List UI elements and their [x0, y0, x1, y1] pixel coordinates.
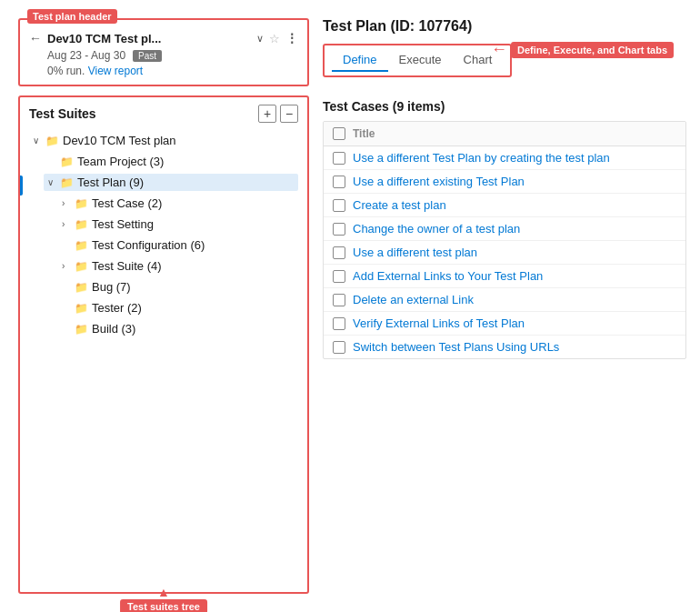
- folder-icon: 📁: [75, 302, 88, 315]
- tree-item[interactable]: ›📁Test Setting: [29, 214, 298, 235]
- tree-item-row[interactable]: ›📁Test Setting: [58, 216, 298, 233]
- tree-item-label: Bug (7): [92, 280, 131, 294]
- left-panel: Test plan header ← Dev10 TCM Test pl... …: [18, 18, 309, 594]
- tc-row[interactable]: Add External Links to Your Test Plan: [324, 265, 685, 288]
- suites-title: Test Suites: [29, 106, 96, 121]
- tc-item-title[interactable]: Switch between Test Plans Using URLs: [353, 340, 559, 354]
- tab-execute[interactable]: Execute: [388, 49, 453, 72]
- tc-row[interactable]: Use a different Test Plan by creating th…: [324, 146, 685, 170]
- tc-item-title[interactable]: Use a different test plan: [353, 246, 477, 259]
- tc-item-title[interactable]: Delete an external Link: [353, 293, 474, 306]
- back-arrow-icon[interactable]: ←: [29, 31, 42, 45]
- suites-header: Test Suites + −: [29, 105, 298, 123]
- chevron-down-icon[interactable]: ∨: [256, 33, 264, 45]
- badge-arrow-up: ▲: [120, 585, 207, 599]
- more-options-icon[interactable]: ⋮: [285, 31, 298, 45]
- header-badge-label: Test plan header: [27, 9, 117, 24]
- tree-item[interactable]: 📁Build (3): [29, 318, 298, 339]
- tree-item[interactable]: ›📁Test Suite (4): [29, 256, 298, 276]
- tc-item-title[interactable]: Change the owner of a test plan: [353, 222, 520, 236]
- run-row: 0% run. View report: [47, 65, 298, 77]
- folder-icon: 📁: [45, 135, 59, 147]
- tree-item-row[interactable]: 📁Tester (2): [58, 299, 298, 316]
- view-report-link[interactable]: View report: [88, 65, 143, 77]
- tree-item-row[interactable]: 📁Test Configuration (6): [58, 236, 298, 254]
- tree-item[interactable]: 📁Test Configuration (6): [29, 235, 298, 256]
- tree-item-row[interactable]: ›📁Test Case (2): [58, 195, 298, 212]
- tc-row[interactable]: Create a test plan: [324, 194, 685, 217]
- tree-item-label: Test Plan (9): [77, 176, 144, 189]
- tc-row[interactable]: Switch between Test Plans Using URLs: [324, 336, 685, 358]
- tc-checkbox[interactable]: [333, 152, 345, 165]
- folder-icon: 📁: [75, 281, 88, 294]
- tree-item-row[interactable]: ›📁Test Suite (4): [58, 257, 298, 275]
- tree-item-label: Team Project (3): [77, 155, 164, 168]
- remove-suite-button[interactable]: −: [280, 105, 298, 123]
- tc-row[interactable]: Change the owner of a test plan: [324, 217, 685, 241]
- tabs-container: DefineExecuteChart: [323, 44, 512, 77]
- tc-item-title[interactable]: Use a different Test Plan by creating th…: [353, 151, 610, 165]
- date-range: Aug 23 - Aug 30: [47, 49, 125, 62]
- tc-col-title: Title: [353, 127, 375, 140]
- expand-icon[interactable]: ›: [62, 198, 71, 208]
- add-suite-button[interactable]: +: [258, 105, 276, 123]
- folder-icon: 📁: [75, 218, 88, 231]
- tabs-badge-label: Define, Execute, and Chart tabs: [511, 42, 674, 58]
- tc-item-title[interactable]: Use a different existing Test Plan: [353, 175, 525, 188]
- tree-item-label: Build (3): [92, 322, 135, 336]
- tree-item-label: Test Suite (4): [92, 259, 162, 273]
- tc-item-title[interactable]: Add External Links to Your Test Plan: [353, 269, 543, 283]
- tc-checkbox[interactable]: [333, 246, 345, 259]
- right-panel: Test Plan (ID: 107764) DefineExecuteChar…: [323, 18, 686, 594]
- tree-item[interactable]: ›📁Test Case (2): [29, 193, 298, 214]
- tc-list: Use a different Test Plan by creating th…: [324, 146, 685, 358]
- folder-icon: 📁: [75, 260, 88, 273]
- tree-item-row[interactable]: 📁Team Project (3): [44, 153, 298, 170]
- tc-checkbox[interactable]: [333, 223, 345, 236]
- tree-item-label: Test Configuration (6): [92, 238, 205, 252]
- suites-tree-badge-label: Test suites tree: [120, 599, 207, 612]
- star-icon[interactable]: ☆: [269, 32, 280, 45]
- tc-header-row: Title: [324, 122, 685, 146]
- tree-item[interactable]: 📁Bug (7): [29, 276, 298, 297]
- tree-item[interactable]: ∨📁Dev10 TCM Test plan: [29, 130, 298, 151]
- test-plan-id-title: Test Plan (ID: 107764): [323, 18, 686, 35]
- expand-icon[interactable]: ∨: [33, 135, 42, 145]
- tree-item-label: Test Setting: [92, 217, 154, 231]
- header-top-row: ← Dev10 TCM Test pl... ∨ ☆ ⋮: [29, 31, 298, 45]
- tc-row[interactable]: Use a different test plan: [324, 241, 685, 265]
- folder-icon: 📁: [75, 323, 88, 336]
- tc-item-title[interactable]: Create a test plan: [353, 198, 446, 212]
- tc-checkbox[interactable]: [333, 294, 345, 306]
- tc-checkbox[interactable]: [333, 341, 345, 354]
- tc-checkbox[interactable]: [333, 317, 345, 330]
- tree-item-row[interactable]: ∨📁Test Plan (9): [44, 174, 298, 191]
- tree-item-label: Test Case (2): [92, 196, 162, 210]
- expand-icon[interactable]: ›: [62, 261, 71, 271]
- tree-item-row[interactable]: ∨📁Dev10 TCM Test plan: [29, 132, 298, 149]
- tree-item[interactable]: 📁Team Project (3): [29, 151, 298, 172]
- tree-item-label: Dev10 TCM Test plan: [63, 134, 176, 147]
- suites-tree-badge-container: ▲ Test suites tree: [120, 585, 207, 612]
- suites-actions: + −: [258, 105, 298, 123]
- tc-row[interactable]: Use a different existing Test Plan: [324, 170, 685, 194]
- tree-item[interactable]: ∨📁Test Plan (9): [29, 172, 298, 193]
- tc-checkbox[interactable]: [333, 199, 345, 212]
- expand-icon[interactable]: ›: [62, 219, 71, 229]
- select-all-checkbox[interactable]: [333, 127, 345, 140]
- tab-define[interactable]: Define: [332, 49, 388, 72]
- tc-item-title[interactable]: Verify External Links of Test Plan: [353, 316, 525, 330]
- selected-bar-indicator: [20, 176, 23, 196]
- test-cases-title: Test Cases (9 items): [323, 99, 686, 114]
- tc-checkbox[interactable]: [333, 270, 345, 283]
- test-cases-list: Title Use a different Test Plan by creat…: [323, 121, 686, 359]
- tc-row[interactable]: Verify External Links of Test Plan: [324, 312, 685, 336]
- tree-item-row[interactable]: 📁Build (3): [58, 320, 298, 337]
- tree-item-row[interactable]: 📁Bug (7): [58, 278, 298, 296]
- tree-item[interactable]: 📁Tester (2): [29, 297, 298, 318]
- tc-checkbox[interactable]: [333, 176, 345, 188]
- expand-icon[interactable]: ∨: [47, 177, 56, 187]
- header-date-row: Aug 23 - Aug 30 Past: [47, 49, 298, 62]
- tc-row[interactable]: Delete an external Link: [324, 288, 685, 312]
- test-plan-header-box: Test plan header ← Dev10 TCM Test pl... …: [18, 18, 309, 86]
